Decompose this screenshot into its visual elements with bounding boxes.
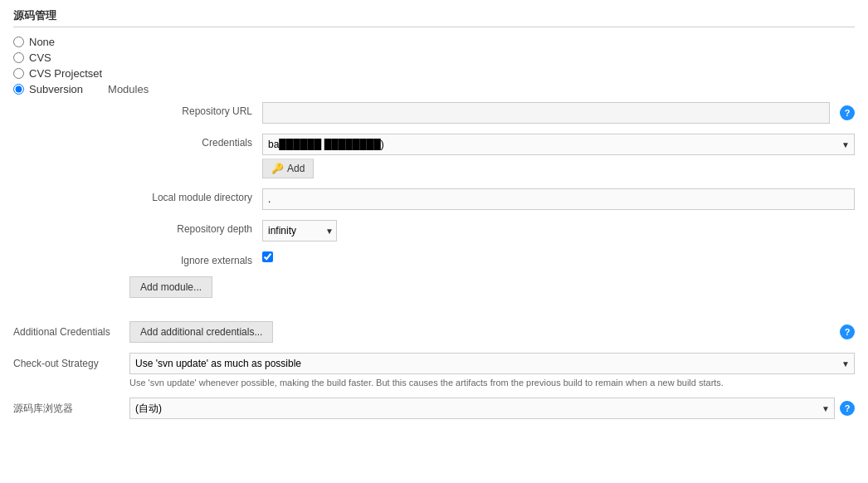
add-button-label: Add (287, 163, 305, 174)
scm-label-none[interactable]: None (29, 36, 55, 48)
additional-credentials-right: Add additional credentials... ? (129, 321, 855, 343)
add-module-area: Add module... (129, 276, 855, 310)
scm-option-none[interactable]: None (13, 36, 855, 48)
credentials-control: ba██████ ████████) ▼ 🔑 Add (262, 134, 855, 178)
browser-select-wrapper: (自动) ▼ (129, 398, 835, 419)
local-module-label: Local module directory (129, 188, 262, 203)
repository-url-input[interactable] (262, 102, 830, 124)
scm-radio-cvs-projectset[interactable] (13, 68, 24, 79)
add-credentials-button[interactable]: 🔑 Add (262, 159, 314, 178)
modules-label: Modules (108, 83, 149, 95)
scm-label-subversion[interactable]: Subversion (29, 83, 83, 95)
key-icon: 🔑 (271, 163, 284, 174)
credentials-label: Credentials (129, 134, 262, 149)
scm-radio-none[interactable] (13, 37, 24, 47)
ignore-externals-row: Ignore externals (129, 251, 855, 266)
scm-option-cvs-projectset[interactable]: CVS Projectset (13, 67, 855, 80)
credentials-select[interactable]: ba██████ ████████) (262, 134, 855, 155)
repository-depth-row: Repository depth infinity immediates fil… (129, 220, 855, 242)
local-module-row: Local module directory (129, 188, 855, 210)
repository-url-label: Repository URL (129, 102, 262, 117)
additional-credentials-label: Additional Credentials (13, 326, 129, 338)
repository-url-help-icon[interactable]: ? (840, 105, 855, 120)
checkout-strategy-label: Check-out Strategy (13, 358, 129, 369)
scm-options: None CVS CVS Projectset Subversion Modul… (13, 36, 855, 95)
additional-credentials-help-icon[interactable]: ? (840, 324, 855, 339)
add-module-button[interactable]: Add module... (129, 276, 212, 298)
subversion-config: Repository URL ? Credentials ba██████ ██… (129, 102, 855, 310)
scm-radio-subversion[interactable] (13, 84, 24, 95)
checkout-select-wrapper: Use 'svn update' as much as possible Alw… (129, 353, 855, 374)
credentials-select-wrapper: ba██████ ████████) ▼ (262, 134, 855, 155)
page-title: 源码管理 (13, 8, 855, 27)
checkout-strategy-section: Check-out Strategy Use 'svn update' as m… (13, 353, 855, 388)
repository-depth-select[interactable]: infinity immediates files empty (262, 220, 337, 242)
source-browser-help-icon[interactable]: ? (840, 401, 855, 416)
ignore-externals-label: Ignore externals (129, 251, 262, 266)
url-input-container: ? (262, 102, 855, 124)
repository-depth-label: Repository depth (129, 220, 262, 235)
source-browser-section: 源码库浏览器 (自动) ▼ ? (13, 398, 855, 419)
checkout-strategy-row: Check-out Strategy Use 'svn update' as m… (13, 353, 855, 374)
credentials-row: Credentials ba██████ ████████) ▼ 🔑 Add (129, 134, 855, 178)
checkout-strategy-select[interactable]: Use 'svn update' as much as possible Alw… (129, 353, 855, 374)
scm-option-cvs[interactable]: CVS (13, 51, 855, 64)
scm-option-subversion[interactable]: Subversion Modules (13, 83, 855, 95)
ignore-externals-control (262, 251, 855, 262)
repository-url-row: Repository URL ? (129, 102, 855, 124)
scm-radio-cvs[interactable] (13, 52, 24, 63)
scm-label-cvs-projectset[interactable]: CVS Projectset (29, 67, 102, 80)
source-browser-select[interactable]: (自动) (129, 398, 835, 419)
source-browser-label: 源码库浏览器 (13, 402, 129, 416)
local-module-control (262, 188, 855, 210)
repository-url-control: ? (262, 102, 855, 124)
scm-label-cvs[interactable]: CVS (29, 51, 51, 64)
ignore-externals-checkbox[interactable] (262, 251, 273, 262)
depth-select-wrapper: infinity immediates files empty ▼ (262, 220, 337, 242)
checkout-strategy-hint: Use 'svn update' whenever possible, maki… (129, 378, 855, 388)
local-module-input[interactable] (262, 188, 855, 210)
additional-credentials-section: Additional Credentials Add additional cr… (13, 321, 855, 343)
repository-depth-control: infinity immediates files empty ▼ (262, 220, 855, 242)
add-additional-credentials-button[interactable]: Add additional credentials... (129, 321, 273, 343)
